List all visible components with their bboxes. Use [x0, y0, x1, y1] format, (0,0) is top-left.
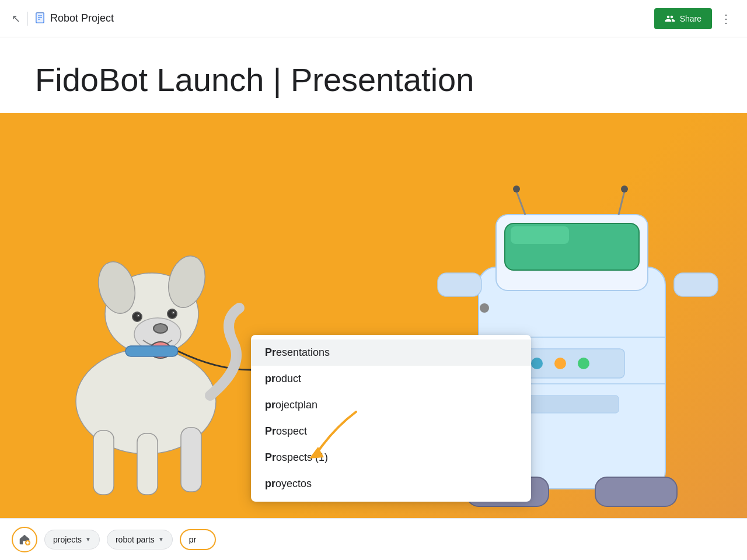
- back-icon[interactable]: ↖: [12, 12, 20, 25]
- svg-rect-31: [674, 273, 718, 296]
- svg-point-13: [137, 314, 139, 317]
- svg-line-24: [516, 191, 525, 215]
- more-options-button[interactable]: ⋮: [717, 8, 735, 29]
- autocomplete-dropdown: Presentations product projectplan Prospe…: [251, 335, 531, 502]
- svg-rect-30: [438, 273, 481, 296]
- chevron-down-icon: ▼: [158, 536, 164, 542]
- dropdown-item-bold: Pr: [265, 452, 276, 464]
- svg-point-27: [621, 186, 628, 192]
- svg-point-36: [554, 358, 566, 369]
- dropdown-item-prospect[interactable]: Prospect: [251, 418, 531, 444]
- dog-illustration: [35, 180, 257, 518]
- doc-icon-wrap: Robot Project: [35, 12, 114, 25]
- dropdown-item-bold: pr: [265, 478, 275, 490]
- dropdown-item-rest: esentations: [276, 346, 330, 359]
- more-icon: ⋮: [720, 12, 732, 25]
- header-divider: [27, 12, 28, 26]
- header-right: Share ⋮: [654, 8, 735, 29]
- search-chip[interactable]: [180, 529, 216, 550]
- share-label: Share: [680, 14, 701, 23]
- dropdown-item-bold: Pr: [265, 425, 276, 438]
- svg-rect-16: [93, 430, 114, 495]
- chip-robot-parts[interactable]: robot parts ▼: [107, 530, 173, 550]
- document-icon: [35, 12, 47, 25]
- svg-line-26: [619, 191, 624, 215]
- svg-point-15: [172, 312, 174, 314]
- dropdown-item-projectplan[interactable]: projectplan: [251, 392, 531, 418]
- chevron-down-icon: ▼: [85, 536, 91, 542]
- people-icon: [665, 13, 675, 24]
- svg-rect-19: [125, 346, 178, 356]
- dropdown-item-prospects[interactable]: Prospects (1): [251, 444, 531, 471]
- svg-point-10: [153, 324, 167, 333]
- svg-point-39: [480, 303, 489, 313]
- header: ↖ Robot Project Share ⋮: [0, 0, 747, 37]
- svg-point-37: [578, 358, 589, 369]
- arrow-annotation: [298, 406, 368, 467]
- dropdown-item-product[interactable]: product: [251, 366, 531, 392]
- home-icon-button[interactable]: [12, 527, 37, 552]
- svg-rect-18: [181, 428, 201, 492]
- dropdown-item-presentations[interactable]: Presentations: [251, 340, 531, 366]
- svg-rect-17: [137, 433, 158, 495]
- share-button[interactable]: Share: [654, 8, 712, 29]
- home-icon: [18, 533, 31, 546]
- chip-projects[interactable]: projects ▼: [44, 530, 100, 550]
- svg-rect-38: [525, 396, 619, 413]
- dropdown-item-bold: pr: [265, 399, 275, 411]
- svg-marker-40: [309, 447, 324, 459]
- main-content: FidoBot Launch | Presentation: [0, 37, 747, 518]
- svg-point-35: [531, 358, 543, 369]
- header-left: ↖ Robot Project: [12, 12, 114, 26]
- arrow-svg: [298, 406, 368, 464]
- dropdown-item-rest: oyectos: [275, 478, 312, 490]
- dropdown-item-proyectos[interactable]: proyectos: [251, 471, 531, 497]
- bottom-bar: projects ▼ robot parts ▼: [0, 518, 747, 560]
- dropdown-item-rest: oduct: [275, 373, 301, 385]
- dropdown-item-bold: pr: [265, 373, 275, 385]
- svg-point-25: [513, 186, 520, 192]
- dropdown-item-bold: Pr: [265, 346, 276, 359]
- chip-projects-label: projects: [53, 535, 82, 544]
- svg-rect-23: [511, 226, 569, 244]
- slide-title: FidoBot Launch | Presentation: [35, 61, 474, 99]
- chip-robot-parts-label: robot parts: [116, 535, 155, 544]
- search-input[interactable]: [189, 535, 207, 544]
- document-title: Robot Project: [50, 12, 114, 24]
- svg-rect-33: [595, 477, 677, 506]
- slide-area: FidoBot Launch | Presentation: [0, 37, 747, 518]
